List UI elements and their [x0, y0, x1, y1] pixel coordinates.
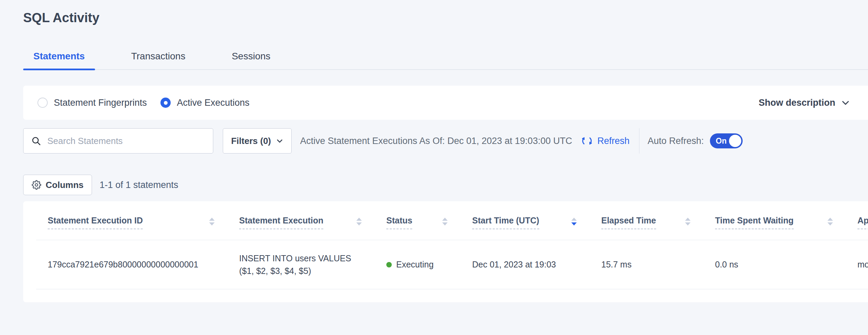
sort-icon-active-desc[interactable]	[571, 218, 577, 225]
statements-table: Statement Execution ID Statement Executi…	[36, 201, 868, 289]
auto-refresh-label: Auto Refresh:	[648, 136, 704, 146]
column-header-label[interactable]: Elapsed Time	[601, 216, 656, 229]
table-row[interactable]: 179cca7921e679b80000000000000001 INSERT …	[36, 240, 868, 289]
columns-button[interactable]: Columns	[23, 175, 92, 195]
radio-label: Active Executions	[177, 98, 249, 108]
vertical-divider	[639, 128, 639, 154]
filters-label: Filters (0)	[231, 136, 271, 146]
search-icon	[31, 136, 41, 146]
radio-label: Statement Fingerprints	[54, 98, 147, 108]
refresh-button[interactable]: Refresh	[581, 135, 630, 147]
tab-transactions[interactable]: Transactions	[121, 51, 196, 69]
column-header-time-spent-waiting: Time Spent Waiting	[703, 201, 846, 240]
cell-time-spent-waiting: 0.0 ns	[703, 260, 846, 270]
cell-start-time: Dec 01, 2023 at 19:03	[461, 260, 590, 270]
auto-refresh-toggle[interactable]: On	[710, 133, 743, 148]
cell-application: movr	[846, 260, 868, 270]
cell-statement[interactable]: INSERT INTO users VALUES ($1, $2, $3, $4…	[228, 252, 375, 277]
chevron-down-icon	[276, 137, 283, 145]
search-box[interactable]	[23, 128, 213, 154]
show-description-button[interactable]: Show description	[759, 98, 850, 108]
controls-row: Filters (0) Active Statement Executions …	[23, 128, 868, 154]
chevron-down-icon	[841, 98, 850, 107]
sort-icon[interactable]	[209, 218, 215, 225]
show-description-label: Show description	[759, 98, 835, 108]
toggle-state-label: On	[716, 136, 727, 146]
as-of-timestamp: Active Statement Executions As Of: Dec 0…	[300, 136, 572, 146]
sort-icon[interactable]	[685, 218, 691, 225]
cell-execution-id: 179cca7921e679b80000000000000001	[36, 260, 228, 270]
column-header-label[interactable]: Application	[857, 216, 868, 229]
column-header-label[interactable]: Statement Execution	[239, 216, 323, 229]
column-header-start-time: Start Time (UTC)	[461, 201, 590, 240]
search-input[interactable]	[47, 135, 207, 147]
table-toolbar: Columns 1-1 of 1 statements	[23, 175, 868, 195]
statements-table-card: Statement Execution ID Statement Executi…	[23, 201, 868, 302]
gear-icon	[32, 180, 41, 190]
sql-activity-page: SQL Activity Statements Transactions Ses…	[0, 0, 868, 302]
refresh-label: Refresh	[597, 136, 630, 146]
view-mode-card: Statement Fingerprints Active Executions…	[23, 86, 868, 120]
column-header-status: Status	[375, 201, 461, 240]
column-header-label[interactable]: Time Spent Waiting	[715, 216, 794, 229]
cell-elapsed-time: 15.7 ms	[590, 260, 703, 270]
statement-text[interactable]: INSERT INTO users VALUES ($1, $2, $3, $4…	[239, 252, 354, 277]
radio-selected-icon[interactable]	[160, 98, 171, 108]
tab-statements[interactable]: Statements	[23, 51, 95, 69]
column-header-application: Application	[846, 201, 868, 240]
status-dot-icon	[386, 262, 392, 267]
column-header-statement-execution: Statement Execution	[228, 201, 375, 240]
results-count: 1-1 of 1 statements	[99, 180, 178, 190]
radio-active-executions[interactable]: Active Executions	[160, 98, 249, 108]
toggle-knob	[729, 135, 741, 147]
column-header-label[interactable]: Status	[386, 216, 412, 229]
column-header-label[interactable]: Statement Execution ID	[48, 216, 143, 229]
page-title: SQL Activity	[23, 10, 868, 25]
sort-icon[interactable]	[827, 218, 833, 225]
tab-sessions[interactable]: Sessions	[221, 51, 281, 69]
column-header-elapsed-time: Elapsed Time	[590, 201, 703, 240]
radio-statement-fingerprints[interactable]: Statement Fingerprints	[37, 98, 147, 108]
sort-icon[interactable]	[356, 218, 362, 225]
filters-button[interactable]: Filters (0)	[223, 128, 292, 154]
cell-status: Executing	[375, 260, 461, 270]
sort-icon[interactable]	[442, 218, 448, 225]
column-header-label[interactable]: Start Time (UTC)	[472, 216, 539, 229]
table-header-row: Statement Execution ID Statement Executi…	[36, 201, 868, 240]
columns-button-label: Columns	[46, 180, 83, 190]
status-label: Executing	[396, 260, 434, 270]
tab-bar: Statements Transactions Sessions	[23, 51, 868, 70]
refresh-icon	[581, 135, 593, 147]
column-header-statement-execution-id: Statement Execution ID	[36, 201, 228, 240]
radio-unselected-icon[interactable]	[37, 98, 48, 108]
